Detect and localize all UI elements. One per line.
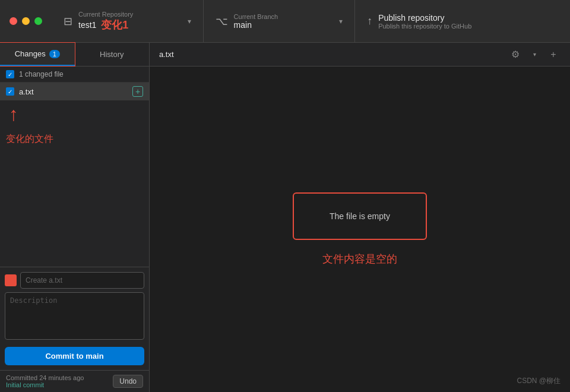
- chevron-down-icon: ▾: [533, 51, 536, 58]
- committed-time: Committed 24 minutes ago: [6, 374, 108, 381]
- commit-info: Committed 24 minutes ago Initial commit: [6, 374, 108, 388]
- maximize-button[interactable]: [34, 17, 42, 25]
- repo-name: test1: [78, 20, 96, 30]
- titlebar: ⊟ Current Repository test1 变化1 ▾ ⌥ Curre…: [0, 0, 570, 43]
- check-mark-icon: ✓: [8, 71, 12, 78]
- file-check-icon: ✓: [8, 88, 12, 95]
- content-main: The file is empty 文件内容是空的 CSDN @柳住: [150, 67, 570, 392]
- commit-button[interactable]: Commit to main: [5, 347, 144, 365]
- content-filename: a.txt: [159, 50, 174, 59]
- content-annotation-chinese: 文件内容是空的: [322, 252, 397, 266]
- changes-badge: 1: [49, 50, 60, 58]
- file-checkbox[interactable]: ✓: [6, 87, 14, 96]
- file-name: a.txt: [19, 87, 128, 96]
- tab-changes[interactable]: Changes 1: [0, 43, 75, 66]
- repo-chevron-icon: ▾: [188, 17, 191, 26]
- file-list: ✓ a.txt + ↑ 变化的文件: [0, 83, 149, 267]
- undo-button[interactable]: Undo: [113, 375, 143, 388]
- annotation-repo: 变化1: [101, 18, 128, 32]
- annotation-area: ↑ 变化的文件: [0, 100, 149, 118]
- bottom-bar: Committed 24 minutes ago Initial commit …: [0, 370, 149, 392]
- commit-message-input[interactable]: [20, 272, 144, 289]
- tabs: Changes 1 History: [0, 43, 149, 67]
- minimize-button[interactable]: [22, 17, 30, 25]
- csdn-watermark: CSDN @柳住: [517, 376, 560, 386]
- gear-icon: ⚙: [511, 49, 520, 60]
- commit-button-label: Commit to main: [45, 352, 103, 361]
- sidebar: Changes 1 History ✓ 1 changed file ✓ a.t…: [0, 43, 150, 392]
- publish-section[interactable]: ↑ Publish repository Publish this reposi…: [355, 0, 570, 42]
- header-actions: ⚙ ▾ +: [508, 48, 560, 62]
- initial-commit-label: Initial commit: [6, 381, 108, 388]
- select-all-checkbox[interactable]: ✓: [6, 70, 14, 78]
- file-add-icon: +: [132, 86, 143, 97]
- tab-changes-label: Changes: [15, 49, 46, 58]
- repo-info: Current Repository test1 变化1: [78, 11, 133, 32]
- content-header: a.txt ⚙ ▾ +: [150, 43, 570, 67]
- titlebar-sections: ⊟ Current Repository test1 变化1 ▾ ⌥ Curre…: [52, 0, 570, 42]
- publish-icon: ↑: [367, 15, 372, 27]
- add-button[interactable]: +: [546, 48, 560, 62]
- undo-label: Undo: [119, 377, 137, 385]
- list-item[interactable]: ✓ a.txt +: [0, 83, 149, 100]
- repo-icon: ⊟: [64, 15, 72, 28]
- publish-title: Publish repository: [378, 13, 471, 23]
- gear-button[interactable]: ⚙: [508, 48, 522, 62]
- changed-files-count: 1 changed file: [19, 70, 64, 78]
- publish-info: Publish repository Publish this reposito…: [378, 13, 471, 30]
- annotation-chinese: 变化的文件: [6, 133, 53, 146]
- current-branch-section[interactable]: ⌥ Current Branch main ▾: [204, 0, 356, 42]
- branch-name: main: [234, 20, 278, 30]
- commit-area: Commit to main: [0, 267, 149, 370]
- repo-label: Current Repository: [78, 11, 133, 18]
- branch-label: Current Branch: [234, 13, 278, 20]
- close-button[interactable]: [10, 17, 17, 25]
- avatar-icon: [5, 274, 17, 286]
- chevron-down-icon-btn[interactable]: ▾: [527, 48, 542, 62]
- arrow-up-icon: ↑: [9, 103, 18, 125]
- branch-icon: ⌥: [216, 15, 228, 28]
- current-repo-section[interactable]: ⊟ Current Repository test1 变化1 ▾: [52, 0, 204, 42]
- empty-file-box: The file is empty: [293, 192, 427, 240]
- commit-top: [5, 272, 144, 289]
- branch-chevron-icon: ▾: [339, 17, 343, 26]
- publish-subtitle: Publish this repository to GitHub: [378, 23, 471, 30]
- plus-icon: +: [550, 49, 556, 60]
- changed-files-header: ✓ 1 changed file: [0, 67, 149, 83]
- empty-file-message: The file is empty: [330, 211, 390, 221]
- tab-history[interactable]: History: [75, 43, 150, 66]
- content-area: a.txt ⚙ ▾ + The file is empty 文件内容是空的 CS…: [150, 43, 570, 392]
- tab-history-label: History: [100, 50, 124, 59]
- main-layout: Changes 1 History ✓ 1 changed file ✓ a.t…: [0, 43, 570, 392]
- branch-info: Current Branch main: [234, 13, 278, 30]
- traffic-lights: [0, 17, 52, 25]
- commit-description-input[interactable]: [5, 292, 144, 340]
